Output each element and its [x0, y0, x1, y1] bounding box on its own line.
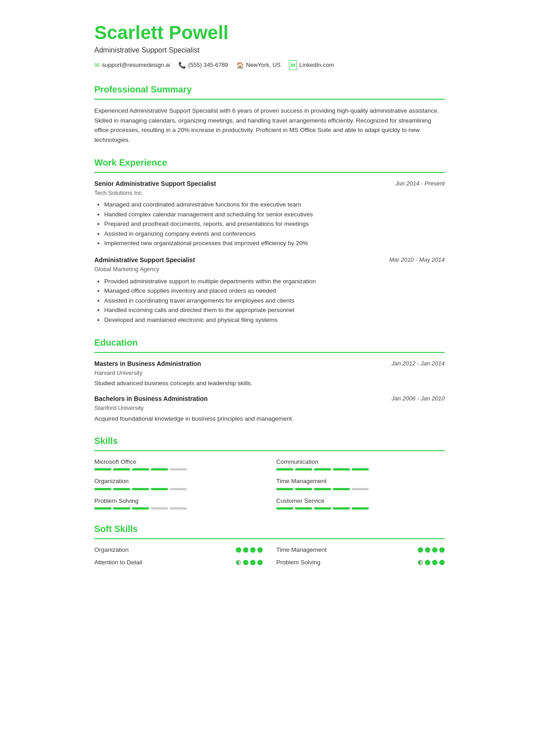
- skill-segment-empty: [170, 507, 187, 510]
- job-company-1: Tech Solutions Inc.: [94, 189, 445, 198]
- skill-segment-filled: [314, 468, 331, 470]
- location-text: NewYork, US: [246, 61, 281, 70]
- job-bullets-1: Managed and coordinated administrative f…: [94, 200, 445, 248]
- dot-filled: [425, 560, 430, 565]
- bullet-item: Managed and coordinated administrative f…: [104, 200, 445, 210]
- skill-segment-empty: [170, 488, 187, 490]
- soft-skills-divider: [94, 538, 445, 539]
- skill-name: Microsoft Office: [94, 457, 263, 466]
- skill-segment-filled: [276, 488, 293, 490]
- skill-bar: [276, 507, 445, 510]
- skill-segment-filled: [151, 488, 168, 490]
- skill-segment-filled: [113, 468, 130, 470]
- soft-skills-section: Soft Skills OrganizationTime ManagementA…: [94, 522, 445, 567]
- job-header-2: Administrative Support Specialist Mar 20…: [94, 255, 445, 265]
- skill-segment-filled: [94, 507, 111, 510]
- skill-segment-filled: [276, 468, 293, 470]
- soft-skill-dots: [236, 547, 263, 553]
- job-date-2: Mar 2010 - May 2014: [389, 255, 445, 264]
- contact-location: 🏠 NewYork, US: [236, 60, 281, 70]
- skill-segment-filled: [94, 488, 111, 490]
- dot-filled: [236, 547, 241, 553]
- skills-divider: [94, 450, 445, 451]
- skill-segment-empty: [170, 468, 187, 470]
- dot-filled: [243, 560, 248, 565]
- skill-segment-filled: [94, 468, 111, 470]
- skills-title: Skills: [94, 434, 445, 448]
- dot-filled: [257, 547, 263, 553]
- phone-text: (555) 345-6789: [188, 61, 228, 70]
- dot-filled: [432, 547, 437, 553]
- job-title-1: Senior Administrative Support Specialist: [94, 179, 216, 189]
- soft-skill-name: Attention to Detail: [94, 558, 142, 567]
- skill-bar: [94, 507, 263, 510]
- edu-school-1: Harvard University: [94, 369, 445, 378]
- email-text: support@resumedesign.ai: [102, 61, 170, 70]
- contact-row: ✉ support@resumedesign.ai 📞 (555) 345-67…: [94, 60, 445, 70]
- skill-name: Communication: [276, 457, 445, 466]
- job-date-1: Jun 2014 - Present: [395, 179, 445, 188]
- dot-filled: [425, 547, 430, 553]
- edu-school-2: Stanford University: [94, 404, 445, 413]
- skill-segment-empty: [352, 488, 369, 490]
- edu-degree-2: Bachelors in Business Administration: [94, 394, 208, 404]
- edu-desc-1: Studied advanced business concepts and l…: [94, 379, 445, 388]
- job-company-2: Global Marketing Agency: [94, 265, 445, 274]
- skill-bar: [276, 468, 445, 470]
- dot-filled: [439, 560, 445, 565]
- soft-skills-title: Soft Skills: [94, 522, 445, 536]
- soft-skills-grid: OrganizationTime ManagementAttention to …: [94, 545, 445, 567]
- linkedin-icon: in: [289, 60, 297, 70]
- phone-icon: 📞: [178, 61, 186, 70]
- skill-bar: [276, 488, 445, 490]
- work-experience-section: Work Experience Senior Administrative Su…: [94, 156, 445, 325]
- skill-segment-filled: [113, 488, 130, 490]
- candidate-name: Scarlett Powell: [94, 22, 445, 43]
- edu-date-2: Jan 2006 - Jan 2010: [391, 394, 445, 403]
- edu-desc-2: Acquired foundational knowledge in busin…: [94, 414, 445, 423]
- dot-filled: [243, 547, 248, 553]
- skill-item: Organization: [94, 477, 263, 490]
- edu-date-1: Jan 2012 - Jan 2014: [391, 359, 445, 368]
- soft-skill-item: Time Management: [276, 545, 445, 554]
- skill-segment-filled: [113, 507, 130, 510]
- bullet-item: Provided administrative support to multi…: [104, 277, 445, 286]
- education-title: Education: [94, 336, 445, 349]
- skill-bar: [94, 468, 263, 470]
- skill-segment-filled: [295, 507, 312, 510]
- soft-skill-item: Organization: [94, 545, 263, 554]
- dot-filled: [257, 560, 263, 565]
- skill-item: Customer Service: [276, 497, 445, 510]
- soft-skill-dots: [418, 547, 445, 553]
- skill-segment-filled: [151, 468, 168, 470]
- email-icon: ✉: [94, 61, 100, 70]
- skill-item: Time Management: [276, 477, 445, 490]
- bullet-item: Assisted in coordinating travel arrangem…: [104, 296, 445, 306]
- edu-header-1: Masters in Business Administration Jan 2…: [94, 359, 445, 369]
- skills-section: Skills Microsoft OfficeCommunicationOrga…: [94, 434, 445, 511]
- dot-filled: [250, 547, 256, 553]
- soft-skill-dots: [418, 560, 445, 565]
- skill-item: Communication: [276, 457, 445, 470]
- edu-block-2: Bachelors in Business Administration Jan…: [94, 394, 445, 423]
- resume-page: Scarlett Powell Administrative Support S…: [67, 0, 472, 605]
- edu-header-2: Bachelors in Business Administration Jan…: [94, 394, 445, 404]
- edu-block-1: Masters in Business Administration Jan 2…: [94, 359, 445, 388]
- education-divider: [94, 352, 445, 353]
- skill-item: Problem Solving: [94, 497, 263, 510]
- work-experience-divider: [94, 172, 445, 173]
- location-icon: 🏠: [236, 61, 244, 70]
- bullet-item: Assisted in organizing company events an…: [104, 229, 445, 239]
- soft-skill-name: Time Management: [276, 545, 327, 554]
- dot-filled: [250, 560, 256, 565]
- soft-skill-dots: [236, 560, 263, 565]
- skill-segment-filled: [295, 488, 312, 490]
- summary-divider: [94, 99, 445, 100]
- dot-half: [418, 560, 423, 565]
- dot-half: [236, 560, 241, 565]
- skill-segment-filled: [352, 468, 369, 470]
- bullet-item: Handled incoming calls and directed them…: [104, 305, 445, 315]
- dot-filled: [418, 547, 423, 553]
- soft-skill-name: Problem Solving: [276, 558, 320, 567]
- bullet-item: Handled complex calendar management and …: [104, 210, 445, 220]
